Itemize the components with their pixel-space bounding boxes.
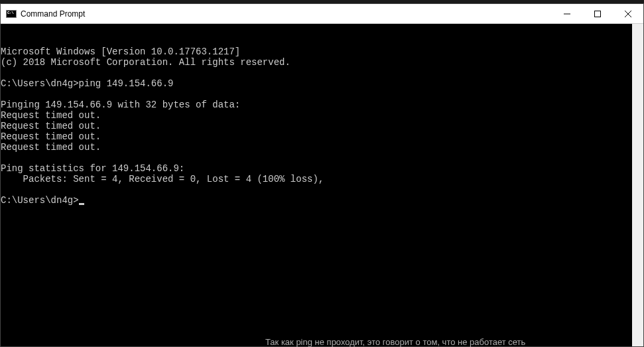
title-bar[interactable]: C:\ Command Prompt bbox=[1, 4, 643, 24]
scrollbar-thumb[interactable] bbox=[632, 24, 643, 346]
terminal-line bbox=[1, 153, 643, 163]
terminal-line: (c) 2018 Microsoft Corporation. All righ… bbox=[1, 57, 643, 68]
svg-rect-1 bbox=[595, 11, 601, 17]
terminal-line: Request timed out. bbox=[1, 110, 643, 121]
terminal-line: C:\Users\dn4g> bbox=[1, 195, 643, 206]
cursor bbox=[79, 203, 84, 205]
terminal-line: C:\Users\dn4g>ping 149.154.66.9 bbox=[1, 78, 643, 89]
window-title: Command Prompt bbox=[21, 9, 552, 19]
terminal-line: Request timed out. bbox=[1, 121, 643, 131]
terminal-output: Microsoft Windows [Version 10.0.17763.12… bbox=[1, 46, 643, 206]
terminal-area[interactable]: Microsoft Windows [Version 10.0.17763.12… bbox=[1, 24, 643, 346]
scrollbar[interactable] bbox=[632, 24, 643, 346]
command-prompt-window: C:\ Command Prompt Microsoft Windows [Ve… bbox=[0, 3, 644, 347]
minimize-button[interactable] bbox=[552, 4, 582, 23]
terminal-line bbox=[1, 68, 643, 78]
close-button[interactable] bbox=[613, 4, 643, 23]
maximize-button[interactable] bbox=[582, 4, 613, 23]
terminal-line: Request timed out. bbox=[1, 131, 643, 142]
cmd-icon: C:\ bbox=[6, 9, 17, 19]
terminal-line bbox=[1, 89, 643, 100]
terminal-line: Microsoft Windows [Version 10.0.17763.12… bbox=[1, 46, 643, 57]
terminal-line: Request timed out. bbox=[1, 142, 643, 153]
window-controls bbox=[552, 4, 643, 23]
terminal-line bbox=[1, 184, 643, 195]
background-caption: Так как ping не проходит, это говорит о … bbox=[265, 337, 525, 347]
terminal-line: Pinging 149.154.66.9 with 32 bytes of da… bbox=[1, 100, 643, 110]
terminal-line: Ping statistics for 149.154.66.9: bbox=[1, 163, 643, 174]
terminal-line: Packets: Sent = 4, Received = 0, Lost = … bbox=[1, 174, 643, 184]
